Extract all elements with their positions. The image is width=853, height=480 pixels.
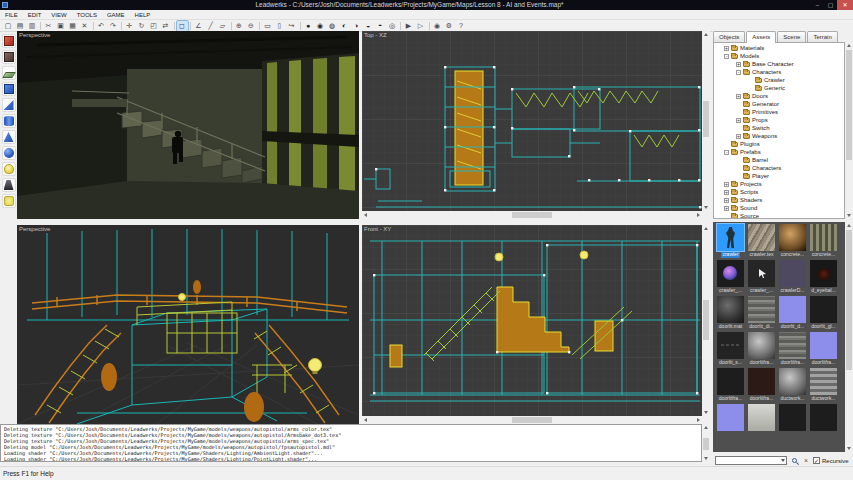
- box-brush-icon[interactable]: [2, 82, 16, 96]
- panel-tab[interactable]: Assets: [746, 31, 776, 43]
- asset-thumbnail[interactable]: doorlit.mat: [715, 296, 746, 330]
- viewport-front-xy[interactable]: Front - XY: [362, 225, 702, 416]
- tree-item[interactable]: Source: [714, 212, 844, 219]
- publish-icon[interactable]: ◉: [432, 21, 443, 31]
- mirror-tool-icon[interactable]: ⇄: [160, 21, 171, 31]
- recursive-checkbox[interactable]: ✓: [813, 457, 820, 464]
- tree-expander[interactable]: -: [724, 54, 729, 59]
- view-wireframe-icon[interactable]: ◉: [315, 21, 326, 31]
- tree-item[interactable]: + Sound: [714, 204, 844, 212]
- thumbnail-scrollbar[interactable]: [845, 222, 853, 452]
- tree-expander[interactable]: +: [724, 46, 729, 51]
- redo-icon[interactable]: ↷: [108, 21, 119, 31]
- scale-tool-icon[interactable]: ◰: [148, 21, 159, 31]
- tree-expander[interactable]: +: [724, 190, 729, 195]
- asset-thumbnail[interactable]: doorlitfra...: [746, 368, 777, 402]
- options-icon[interactable]: ⚙: [444, 21, 455, 31]
- console-scrollbar[interactable]: [702, 424, 710, 462]
- tree-expander[interactable]: +: [736, 94, 741, 99]
- tree-item[interactable]: + Materials: [714, 44, 844, 52]
- new-file-icon[interactable]: ▢: [3, 21, 14, 31]
- asset-thumbnail[interactable]: crawler_...: [715, 260, 746, 294]
- asset-thumbnail[interactable]: doorlit_d...: [777, 296, 808, 330]
- tree-expander[interactable]: +: [724, 206, 729, 211]
- asset-thumbnail[interactable]: [715, 404, 746, 431]
- viewport-perspective-top[interactable]: Perspective: [17, 31, 359, 219]
- asset-thumbnail[interactable]: crawler: [715, 224, 746, 258]
- tree-item[interactable]: Crawler: [714, 76, 844, 84]
- tree-item[interactable]: + Shaders: [714, 196, 844, 204]
- edge-tool-icon[interactable]: ╱: [205, 21, 216, 31]
- delete-icon[interactable]: ✕: [79, 21, 90, 31]
- face-tool-icon[interactable]: ▱: [217, 21, 228, 31]
- menu-item[interactable]: VIEW: [46, 10, 71, 20]
- asset-thumbnail[interactable]: doorlitfra...: [808, 332, 839, 366]
- select-object-icon[interactable]: [2, 34, 16, 48]
- scroll-up-arrow[interactable]: [704, 33, 708, 36]
- panel-tab[interactable]: Terrain: [807, 31, 837, 42]
- tree-item[interactable]: Barrel: [714, 156, 844, 164]
- asset-thumbnail[interactable]: [777, 404, 808, 431]
- tree-item[interactable]: - Prefabs: [714, 148, 844, 156]
- view-perspective-icon[interactable]: ●: [303, 21, 314, 31]
- tree-expander[interactable]: +: [736, 134, 741, 139]
- asset-thumbnail[interactable]: [808, 404, 839, 431]
- maximize-button[interactable]: ▢: [824, 0, 837, 10]
- scroll-down-arrow[interactable]: [704, 206, 708, 209]
- tree-item[interactable]: Primitives: [714, 108, 844, 116]
- menu-item[interactable]: EDIT: [23, 10, 47, 20]
- asset-thumbnail[interactable]: ductwork...: [777, 368, 808, 402]
- menu-item[interactable]: GAME: [102, 10, 130, 20]
- scroll-down-arrow[interactable]: [704, 457, 708, 460]
- scroll-up-arrow[interactable]: [704, 227, 708, 230]
- menu-item[interactable]: FILE: [0, 10, 23, 20]
- search-button[interactable]: [789, 456, 799, 466]
- link-icon[interactable]: ↪: [286, 21, 297, 31]
- undo-icon[interactable]: ↶: [96, 21, 107, 31]
- zoom-out-icon[interactable]: ⊖: [246, 21, 257, 31]
- scroll-up-arrow[interactable]: [847, 224, 851, 227]
- scroll-down-arrow[interactable]: [847, 447, 851, 450]
- view-front-icon[interactable]: ◎: [387, 21, 398, 31]
- view-bottom-icon[interactable]: ◑: [351, 21, 362, 31]
- select-tool-icon[interactable]: ◻: [177, 21, 188, 31]
- zoom-in-icon[interactable]: ⊕: [234, 21, 245, 31]
- vertex-tool-icon[interactable]: ∠: [193, 21, 204, 31]
- tree-item[interactable]: + Base Character: [714, 60, 844, 68]
- tree-expander[interactable]: -: [736, 70, 741, 75]
- clear-search-button[interactable]: ×: [801, 456, 811, 466]
- menu-item[interactable]: HELP: [130, 10, 156, 20]
- tree-item[interactable]: + Props: [714, 116, 844, 124]
- asset-thumbnail[interactable]: doorlitfra...: [715, 368, 746, 402]
- run-game-icon[interactable]: ▶: [403, 21, 414, 31]
- copy-icon[interactable]: ▣: [55, 21, 66, 31]
- cone-brush-icon[interactable]: [2, 130, 16, 144]
- paste-icon[interactable]: ▦: [67, 21, 78, 31]
- asset-thumbnail[interactable]: d_eyebal...: [808, 260, 839, 294]
- tree-expander[interactable]: +: [724, 198, 729, 203]
- asset-thumbnail[interactable]: doorlit_s...: [715, 332, 746, 366]
- tree-scrollbar[interactable]: [845, 42, 853, 219]
- horizontal-scrollbar[interactable]: [362, 211, 702, 219]
- spot-light-icon[interactable]: [2, 178, 16, 192]
- open-file-icon[interactable]: ▤: [15, 21, 26, 31]
- scroll-left-arrow[interactable]: [364, 418, 367, 422]
- tree-item[interactable]: - Models: [714, 52, 844, 60]
- brush-texture-icon[interactable]: [2, 50, 16, 64]
- tree-expander[interactable]: +: [724, 182, 729, 187]
- scroll-up-arrow[interactable]: [847, 44, 851, 47]
- asset-thumbnail[interactable]: crawlerD...: [777, 260, 808, 294]
- scroll-down-arrow[interactable]: [704, 411, 708, 414]
- view-left-icon[interactable]: ◒: [363, 21, 374, 31]
- filter-dropdown[interactable]: [715, 456, 787, 465]
- save-icon[interactable]: ▥: [27, 21, 38, 31]
- ambient-light-icon[interactable]: [2, 194, 16, 208]
- panel-tab[interactable]: Objects: [713, 31, 745, 42]
- terrain-plane-icon[interactable]: [2, 66, 16, 80]
- asset-thumbnail[interactable]: crawler_...: [746, 260, 777, 294]
- asset-thumbnail[interactable]: crawler.tex: [746, 224, 777, 258]
- tree-item[interactable]: Switch: [714, 124, 844, 132]
- cut-icon[interactable]: ✂: [43, 21, 54, 31]
- viewport-top-xz[interactable]: Top - XZ: [362, 31, 702, 211]
- view-textured-icon[interactable]: ◍: [327, 21, 338, 31]
